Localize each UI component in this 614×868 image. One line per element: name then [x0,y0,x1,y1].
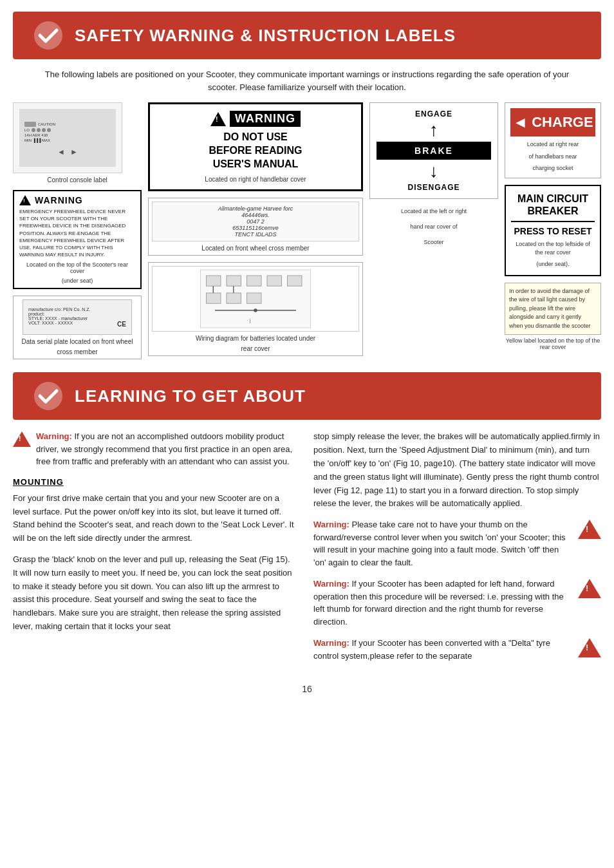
warning1-text: Warning: If you are not an accomplished … [36,430,294,468]
c-circle2 [37,128,41,132]
wiring-diagram: · | [152,266,359,332]
svg-rect-7 [207,293,221,303]
svg-rect-4 [247,276,262,286]
charge-label: CHARGE [532,114,593,131]
page-number: 16 [0,684,614,694]
brake-caption1: Located at the left or right [369,208,498,214]
warning-emergency-title: WARNING [35,195,83,205]
learning-left: Warning: If you are not an accomplished … [13,430,307,671]
yellow-label-text: In order to avoid the damage of the wire… [509,288,591,329]
warning3-body: If your Scooter has been adapted for lef… [313,579,564,627]
mounting-para1: For your first drive make certain that y… [13,492,294,545]
warning-triangle-icon [19,195,31,205]
mcb-title: MAIN CIRCUIT BREAKER [511,193,595,217]
warning-red-triangle-icon-2 [578,520,601,539]
yellow-label-wrapper: In order to avoid the damage of the wire… [505,283,601,351]
svg-rect-5 [267,276,282,286]
serial-text2: product: [28,312,44,316]
serial-caption1: Data serial plate located on front wheel [22,338,133,345]
warning4-body: If your Scooter has been converted with … [313,638,550,661]
warning-red-triangle-icon-4 [578,638,601,657]
learning-content: Warning: If you are not an accomplished … [13,430,601,671]
charge-caption3: charging socket [532,164,573,173]
brake-column: ENGAGE ↑ BRAKE ↓ DISENGAGE Located at th… [369,102,498,359]
warning-block-4: Warning: If your Scooter has been conver… [313,637,601,662]
yellow-label-box: In order to avoid the damage of the wire… [505,283,601,335]
arrow-left-icon: ◄ [57,147,65,156]
warning-block-1: Warning: If you are not an accomplished … [13,430,294,468]
warning-block-3: Warning: If your Scooter has been adapte… [313,578,601,628]
engage-label: ENGAGE [415,109,452,118]
control-console-label: CAUTION LO [13,102,142,184]
center-column: WARNING DO NOT USE BEFORE READING USER'S… [148,102,363,359]
warning-dnu-box: WARNING DO NOT USE BEFORE READING USER'S… [148,102,363,191]
warning-dnu-line1: DO NOT USE [209,131,302,144]
arrow-down-icon: ↓ [429,162,438,180]
c-text-lines: 14H AER 430 [24,133,48,137]
charge-caption2: of handlebars near [528,153,577,161]
wiring-caption2: rear cover [241,345,270,352]
mcb-box: MAIN CIRCUIT BREAKER PRESS TO RESET Loca… [505,185,601,276]
warning-dnu-line2: BEFORE READING [209,144,302,158]
engage-disengage-box: ENGAGE ↑ BRAKE ↓ DISENGAGE [369,102,498,199]
serial-text1: manufacture c/o: PEN Co. N.Z. [28,307,90,312]
warning2-body: Please take care not to have your thumb … [313,520,566,567]
warning-red-triangle-icon-3 [578,579,601,598]
console-row4: MIN ▐▐▐ MAX [24,138,111,142]
warning-red-triangle-icon [13,431,31,447]
serial-row3: STYLE: XXXX - manufacturer [28,316,126,321]
console-row2: LO [24,128,111,132]
warning2-text-container: Warning: Please take care not to have yo… [313,518,573,569]
svg-text:· |: · | [247,317,251,323]
charge-column: ◄ CHARGE Located at right rear of handle… [505,102,601,359]
c-box [24,122,36,127]
page-title: SAFETY WARNING & INSTRUCTION LABELS [75,26,456,46]
c-text-caution: CAUTION [38,122,55,126]
mcb-caption1: Located on the top leftside of the rear … [511,240,595,256]
brake-caption2: hand rear cover of [369,223,498,230]
svg-rect-8 [227,293,241,303]
yellow-label-caption: Yellow label located on the top of the r… [505,337,601,350]
mcb-press: PRESS TO RESET [514,226,591,236]
c-arrows: ◄ ► [57,147,78,156]
c-circle3 [42,128,46,132]
c-circles [32,128,51,132]
top-labels-row: CAUTION LO [13,102,601,359]
section2-banner: LEARNING TO GET ABOUT [13,372,601,420]
warning-emergency-caption1: Located on the top of the Scooter's rear… [19,261,135,274]
brake-badge: BRAKE [377,142,491,160]
c-text-lo: LO [24,128,30,132]
warning-block-2: Warning: Please take care not to have yo… [313,518,601,569]
charge-box: ◄ CHARGE Located at right rear of handle… [505,102,601,178]
warning-emergency-body: EMERGENCY FREEWHEEL DEVICE NEVER SET ON … [19,208,135,258]
c-circle4 [47,128,51,132]
left-column: CAUTION LO [13,102,142,359]
console-img: CAUTION LO [13,102,122,173]
serial-row4: VOLT: XXXX - XXXXX CE [28,321,126,328]
svg-rect-2 [207,276,221,286]
serial-caption2: cross member [57,348,97,355]
warning1-label: Warning: [36,431,72,441]
labels-area: CAUTION LO [13,102,601,359]
warning-emergency-caption2: (under seat) [19,278,135,284]
mcb-divider [511,221,595,222]
c-text-lines2: MIN ▐▐▐ MAX [24,138,50,142]
console-caption: Control console label [13,176,142,184]
warning4-text-container: Warning: If your Scooter has been conver… [313,637,573,662]
warning3-label: Warning: [313,579,349,589]
right-para1: stop simply release the lever, the brake… [313,430,601,511]
warning4-label: Warning: [313,638,349,648]
console-inner: CAUTION LO [19,109,116,167]
warning-emergency-box: WARNING EMERGENCY FREEWHEEL DEVICE NEVER… [13,190,142,289]
console-row3: 14H AER 430 [24,133,111,137]
c-circle1 [32,128,35,132]
disengage-label: DISENGAGE [407,183,460,192]
warning-dnu-title: WARNING [230,111,301,127]
mcb-caption2: (under seat). [536,260,569,269]
wiring-box: · | Wiring diagram for batteries located… [148,262,363,356]
charge-arrow-icon: ◄ [512,113,528,131]
console-row: CAUTION [24,122,111,127]
serial-text4: VOLT: XXXX - XXXXX [28,321,73,328]
arrow-up-icon: ↑ [429,121,438,139]
warning-header-small: WARNING [19,195,135,205]
